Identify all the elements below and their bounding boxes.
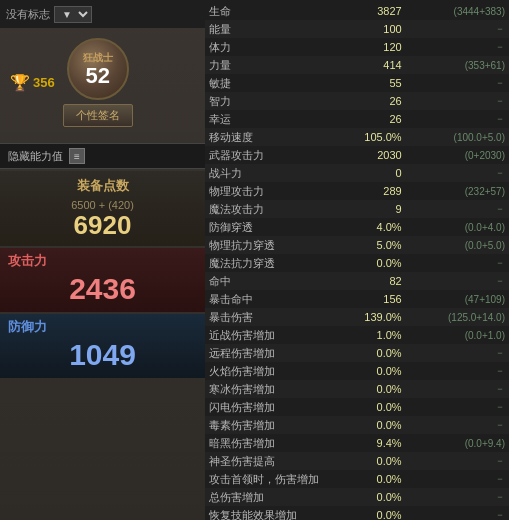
stat-bonus: － [406, 362, 509, 380]
stat-value: 0 [351, 164, 406, 182]
attack-title: 攻击力 [8, 248, 197, 272]
stat-name: 暗黑伤害增加 [205, 434, 351, 452]
stat-value: 100 [351, 20, 406, 38]
stat-bonus: － [406, 110, 509, 128]
char-avatar: 狂战士 52 [67, 38, 129, 100]
stat-value: 55 [351, 74, 406, 92]
top-bar: 没有标志 ▼ [0, 0, 205, 28]
table-row: 近战伤害增加 1.0% (0.0+1.0) [205, 326, 509, 344]
stat-value: 0.0% [351, 470, 406, 488]
table-row: 智力 26 － [205, 92, 509, 110]
stat-name: 火焰伤害增加 [205, 362, 351, 380]
table-row: 闪电伤害增加 0.0% － [205, 398, 509, 416]
stat-value: 105.0% [351, 128, 406, 146]
stat-name: 远程伤害增加 [205, 344, 351, 362]
stat-name: 生命 [205, 2, 351, 20]
stat-bonus: － [406, 38, 509, 56]
table-row: 战斗力 0 － [205, 164, 509, 182]
stat-value: 3827 [351, 2, 406, 20]
stat-bonus: － [406, 398, 509, 416]
table-row: 魔法攻击力 9 － [205, 200, 509, 218]
table-row: 生命 3827 (3444+383) [205, 2, 509, 20]
stat-name: 物理攻击力 [205, 182, 351, 200]
stat-bonus: － [406, 272, 509, 290]
stat-bonus: (0.0+5.0) [406, 236, 509, 254]
stat-name: 攻击首领时，伤害增加 [205, 470, 351, 488]
stat-name: 寒冰伤害增加 [205, 380, 351, 398]
table-row: 恢复技能效果增加 0.0% － [205, 506, 509, 520]
char-section: 狂战士 52 个性签名 [63, 34, 133, 131]
right-panel: 生命 3827 (3444+383) 能量 100 － 体力 120 － 力量 … [205, 0, 509, 520]
flag-label: 没有标志 [6, 7, 50, 22]
sig-button[interactable]: 个性签名 [63, 104, 133, 127]
stat-bonus: － [406, 470, 509, 488]
stat-bonus: － [406, 416, 509, 434]
achievement-score: 356 [33, 75, 55, 90]
stat-value: 82 [351, 272, 406, 290]
stat-bonus: (125.0+14.0) [406, 308, 509, 326]
equip-section: 装备点数 6500 + (420) 6920 [0, 171, 205, 246]
attack-section: 攻击力 2436 [0, 248, 205, 312]
stat-value: 0.0% [351, 344, 406, 362]
trophy-block: 🏆 356 [10, 73, 55, 92]
stat-bonus: (0.0+4.0) [406, 218, 509, 236]
stat-name: 毒素伤害增加 [205, 416, 351, 434]
equip-total: 6920 [10, 211, 195, 240]
table-row: 攻击首领时，伤害增加 0.0% － [205, 470, 509, 488]
stat-value: 0.0% [351, 416, 406, 434]
stat-name: 闪电伤害增加 [205, 398, 351, 416]
stat-name: 总伤害增加 [205, 488, 351, 506]
stat-bonus: － [406, 254, 509, 272]
table-row: 神圣伤害提高 0.0% － [205, 452, 509, 470]
stat-bonus: － [406, 200, 509, 218]
stat-bonus: (47+109) [406, 290, 509, 308]
stat-bonus: (0.0+9.4) [406, 434, 509, 452]
stat-bonus: (232+57) [406, 182, 509, 200]
stat-name: 防御穿透 [205, 218, 351, 236]
table-row: 火焰伤害增加 0.0% － [205, 362, 509, 380]
table-row: 幸运 26 － [205, 110, 509, 128]
stat-name: 魔法抗力穿透 [205, 254, 351, 272]
stat-name: 暴击伤害 [205, 308, 351, 326]
stat-value: 0.0% [351, 380, 406, 398]
stat-value: 9.4% [351, 434, 406, 452]
stats-table: 生命 3827 (3444+383) 能量 100 － 体力 120 － 力量 … [205, 2, 509, 520]
stat-name: 近战伤害增加 [205, 326, 351, 344]
stat-value: 289 [351, 182, 406, 200]
table-row: 暗黑伤害增加 9.4% (0.0+9.4) [205, 434, 509, 452]
stat-value: 0.0% [351, 488, 406, 506]
stat-value: 139.0% [351, 308, 406, 326]
stat-value: 120 [351, 38, 406, 56]
stat-name: 战斗力 [205, 164, 351, 182]
stat-name: 敏捷 [205, 74, 351, 92]
attack-value: 2436 [8, 272, 197, 306]
table-row: 力量 414 (353+61) [205, 56, 509, 74]
stat-bonus: － [406, 92, 509, 110]
stat-name: 命中 [205, 272, 351, 290]
stat-name: 神圣伤害提高 [205, 452, 351, 470]
stat-value: 9 [351, 200, 406, 218]
stat-name: 移动速度 [205, 128, 351, 146]
table-row: 能量 100 － [205, 20, 509, 38]
stat-value: 4.0% [351, 218, 406, 236]
stat-value: 2030 [351, 146, 406, 164]
table-row: 暴击命中 156 (47+109) [205, 290, 509, 308]
stat-bonus: (100.0+5.0) [406, 128, 509, 146]
table-row: 移动速度 105.0% (100.0+5.0) [205, 128, 509, 146]
stat-bonus: (353+61) [406, 56, 509, 74]
stat-value: 0.0% [351, 398, 406, 416]
char-level: 52 [85, 65, 109, 87]
table-row: 魔法抗力穿透 0.0% － [205, 254, 509, 272]
stat-value: 0.0% [351, 506, 406, 520]
stat-name: 武器攻击力 [205, 146, 351, 164]
stat-bonus: (0+2030) [406, 146, 509, 164]
table-row: 命中 82 － [205, 272, 509, 290]
stat-name: 能量 [205, 20, 351, 38]
stat-bonus: － [406, 20, 509, 38]
stat-name: 魔法攻击力 [205, 200, 351, 218]
table-row: 物理抗力穿透 5.0% (0.0+5.0) [205, 236, 509, 254]
hidden-stats-icon[interactable]: ≡ [69, 148, 85, 164]
flag-dropdown[interactable]: ▼ [54, 6, 92, 23]
stat-name: 智力 [205, 92, 351, 110]
defense-title: 防御力 [8, 314, 197, 338]
